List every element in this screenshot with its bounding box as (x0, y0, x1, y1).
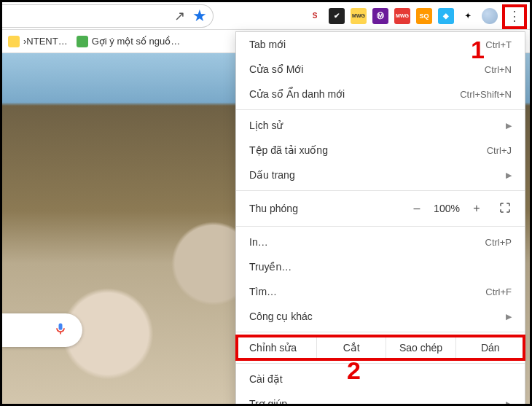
menu-item-label: Tab mới (249, 39, 485, 50)
url-box-tail[interactable]: ↗ ★ (2, 4, 214, 28)
menu-item[interactable]: Công cụ khác▶ (236, 304, 525, 329)
menu-item-label: Trợ giúp (249, 398, 506, 406)
menu-shortcut: Ctrl+Shift+N (460, 89, 512, 100)
mwg-red-icon[interactable]: MWG (394, 8, 410, 24)
menu-item[interactable]: Cửa sổ Ẩn danh mớiCtrl+Shift+N (236, 82, 525, 106)
menu-separator (236, 190, 525, 191)
zoom-row: Thu phóng–100%+ (236, 194, 525, 223)
menu-item-label: Tệp đã tải xuống (249, 144, 487, 156)
edit-row: Chỉnh sửaCắtSao chépDán (236, 335, 525, 360)
paste-button[interactable]: Dán (455, 335, 525, 360)
menu-separator (236, 226, 525, 227)
menu-item[interactable]: Lịch sử▶ (236, 113, 525, 138)
menu-shortcut: Ctrl+J (487, 145, 512, 156)
menu-item[interactable]: Truyền… (236, 254, 525, 279)
puzzle-ext-icon[interactable]: ✦ (460, 8, 476, 24)
menu-item-label: Công cụ khác (249, 311, 506, 322)
copy-button[interactable]: Sao chép (386, 335, 455, 360)
bookmark-label: Gợi ý một số nguồ… (92, 36, 181, 47)
zoom-level: 100% (429, 203, 465, 214)
menu-item-label: Cửa sổ Ẩn danh mới (249, 88, 460, 100)
evernote-icon (77, 36, 88, 47)
menu-shortcut: Ctrl+N (485, 64, 512, 75)
chevron-right-icon: ▶ (506, 121, 512, 130)
menu-item-label: In… (249, 236, 485, 248)
check-ext-icon[interactable]: ✔ (329, 8, 345, 24)
mwg-yellow-icon[interactable]: MWG (351, 8, 367, 24)
menu-item-label: Tìm… (249, 286, 485, 297)
annotation-2: 2 (347, 356, 361, 385)
zoom-out-button[interactable]: – (405, 202, 429, 215)
menu-item[interactable]: Tìm…Ctrl+F (236, 279, 525, 304)
menu-item[interactable]: Trợ giúp▶ (236, 391, 525, 406)
menu-item[interactable]: Tệp đã tải xuốngCtrl+J (236, 138, 525, 163)
chevron-right-icon: ▶ (506, 399, 512, 407)
bookmark-item[interactable]: ›NTENT… (8, 36, 68, 47)
drop-ext-icon[interactable]: ◆ (438, 8, 454, 24)
menu-separator (236, 109, 525, 110)
menu-item[interactable]: Cài đặt (236, 367, 525, 391)
menu-item-label: Cài đặt (249, 373, 512, 385)
menu-separator (236, 363, 525, 364)
extensions-tray: S✔MWGⓂMWGSQ◆✦⋮ (307, 5, 525, 27)
fullscreen-icon[interactable] (498, 201, 512, 216)
bookmark-label: ›NTENT… (23, 36, 68, 47)
zoom-label: Thu phóng (249, 203, 405, 214)
seo-ext-icon[interactable]: S (307, 8, 323, 24)
bookmark-star-icon[interactable]: ★ (192, 7, 207, 26)
search-box-remnant[interactable] (2, 313, 82, 347)
voice-search-icon[interactable] (53, 321, 68, 339)
zoom-in-button[interactable]: + (465, 202, 488, 215)
chrome-menu: Tab mớiCtrl+TCửa sổ MớiCtrl+NCửa sổ Ẩn d… (235, 31, 525, 406)
menu-item-label: Truyền… (249, 261, 512, 273)
chevron-right-icon: ▶ (506, 171, 512, 180)
menu-shortcut: Ctrl+T (485, 39, 512, 50)
chevron-right-icon: ▶ (506, 312, 512, 321)
share-icon[interactable]: ↗ (174, 8, 185, 24)
sq-ext-icon[interactable]: SQ (416, 8, 432, 24)
menu-item-label: Lịch sử (249, 120, 506, 131)
bookmark-item[interactable]: Gợi ý một số nguồ… (77, 36, 181, 47)
kebab-menu-button[interactable]: ⋮ (504, 5, 525, 27)
folder-icon (8, 36, 20, 47)
menu-item-label: Cửa sổ Mới (249, 63, 485, 75)
menu-shortcut: Ctrl+P (485, 237, 512, 248)
browser-toolbar: ↗ ★ S✔MWGⓂMWGSQ◆✦⋮ (2, 2, 530, 30)
menu-separator (236, 332, 525, 332)
annotation-1: 1 (471, 36, 485, 64)
profile-avatar[interactable] (482, 8, 498, 24)
edit-label: Chỉnh sửa (236, 342, 316, 354)
menu-item-label: Dấu trang (249, 169, 506, 181)
menu-shortcut: Ctrl+F (485, 286, 512, 297)
menu-item[interactable]: Dấu trang▶ (236, 163, 525, 187)
mwg-purple-icon[interactable]: Ⓜ (372, 8, 388, 24)
menu-item[interactable]: In…Ctrl+P (236, 230, 525, 254)
